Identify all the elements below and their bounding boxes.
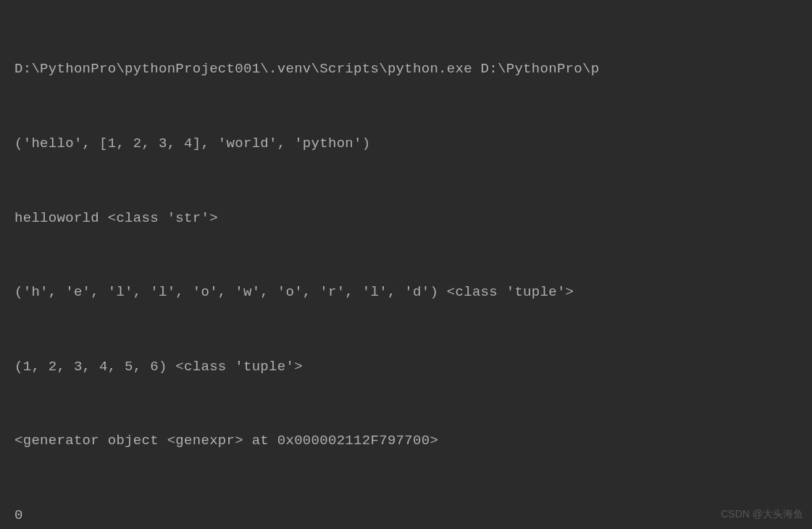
output-line: helloworld <class 'str'> (14, 206, 812, 230)
output-line: <generator object <genexpr> at 0x0000021… (14, 428, 812, 453)
output-line: D:\PythonPro\pythonProject001\.venv\Scri… (14, 57, 812, 81)
output-line: 0 (14, 503, 812, 528)
output-line: ('h', 'e', 'l', 'l', 'o', 'w', 'o', 'r',… (14, 280, 812, 304)
console-output: D:\PythonPro\pythonProject001\.venv\Scri… (14, 7, 812, 529)
output-line: ('hello', [1, 2, 3, 4], 'world', 'python… (14, 131, 812, 156)
output-line: (1, 2, 3, 4, 5, 6) <class 'tuple'> (14, 354, 812, 379)
watermark-text: CSDN @大头海鱼 (721, 505, 803, 523)
